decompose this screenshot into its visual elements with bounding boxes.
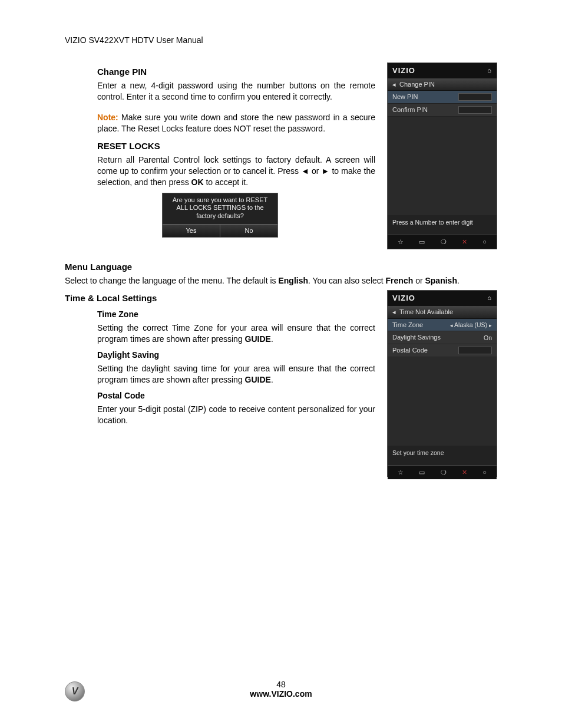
time-zone-value: ◂ Alaska (US) ▸ [450,321,492,329]
content: Change PIN Enter a new, 4-digit password… [65,62,497,477]
ss1-help-text: Press a Number to enter digit [388,215,497,235]
note-label: Note: [97,113,118,122]
footer-url: www.VIZIO.com [0,689,562,699]
vizio-logo: VIZIO [392,293,415,304]
home-icon: ⌂ [487,294,492,302]
note-body: Make sure you write down and store the n… [97,113,375,133]
wide-icon: ▭ [419,468,425,477]
change-pin-screenshot: VIZIO ⌂ ◂ Change PIN New PIN Confirm PIN… [387,62,497,249]
page-footer: 48 www.VIZIO.com [0,680,562,699]
change-pin-body: Enter a new, 4-digit password using the … [65,80,375,103]
postal-code-row[interactable]: Postal Code [388,344,497,357]
confirm-text: Are you sure you want to RESET ALL LOCKS… [163,193,277,224]
confirm-pin-input[interactable] [458,106,492,114]
right-arrow-glyph: ► [322,166,330,176]
ss1-title: Change PIN [399,80,435,89]
vizio-logo: VIZIO [392,65,415,76]
ss2-title: Time Not Available [399,308,453,317]
postal-code-body: Enter your 5-digit postal (ZIP) code to … [65,404,375,426]
q-icon: ❍ [441,468,447,477]
new-pin-input[interactable] [458,93,492,101]
postal-code-heading: Postal Code [65,390,375,401]
reset-locks-heading: RESET LOCKS [65,140,375,152]
change-pin-heading: Change PIN [65,66,375,78]
circ-icon: ○ [482,468,487,477]
wide-icon: ▭ [419,238,425,246]
reset-confirm-dialog: Are you sure you want to RESET ALL LOCKS… [162,193,278,238]
reset-locks-body: Return all Parental Control lock setting… [65,154,375,188]
page-number: 48 [0,680,562,689]
daylight-saving-body: Setting the daylight saving time for you… [65,363,375,386]
q-icon: ❍ [441,238,447,246]
ss1-footer-icons: ☆ ▭ ❍ ✕ ○ [388,235,497,249]
new-pin-row[interactable]: New PIN [388,91,497,104]
confirm-no-button[interactable]: No [220,225,277,237]
time-local-heading: Time & Local Settings [65,292,375,304]
confirm-pin-row[interactable]: Confirm PIN [388,104,497,117]
ss2-footer-icons: ☆ ▭ ❍ ✕ ○ [388,465,497,479]
home-icon: ⌂ [487,66,492,75]
star-icon: ☆ [398,468,404,477]
daylight-savings-row[interactable]: Daylight Savings On [388,331,497,344]
x-icon: ✕ [462,468,467,477]
circ-icon: ○ [482,238,487,246]
back-arrow-icon: ◂ [392,80,396,89]
daylight-saving-heading: Daylight Saving [65,350,375,361]
time-settings-screenshot: VIZIO ⌂ ◂ Time Not Available Time Zone ◂… [387,290,497,477]
time-zone-heading: Time Zone [65,309,375,320]
confirm-yes-button[interactable]: Yes [163,225,220,237]
star-icon: ☆ [398,238,404,246]
ss2-help-text: Set your time zone [388,446,497,465]
time-zone-body: Setting the correct Time Zone for your a… [65,322,375,345]
page: VIZIO SV422XVT HDTV User Manual Change P… [0,0,562,728]
doc-header: VIZIO SV422XVT HDTV User Manual [65,35,497,45]
change-pin-note: Note: Make sure you write down and store… [65,112,375,134]
menu-language-body: Select to change the language of the men… [65,275,497,286]
time-zone-row[interactable]: Time Zone ◂ Alaska (US) ▸ [388,319,497,332]
ok-label: OK [191,177,204,187]
left-arrow-glyph: ◄ [301,166,309,176]
postal-code-input[interactable] [458,347,492,354]
menu-language-heading: Menu Language [65,261,497,273]
x-icon: ✕ [462,238,467,246]
daylight-value: On [484,334,492,342]
back-arrow-icon: ◂ [392,308,396,317]
